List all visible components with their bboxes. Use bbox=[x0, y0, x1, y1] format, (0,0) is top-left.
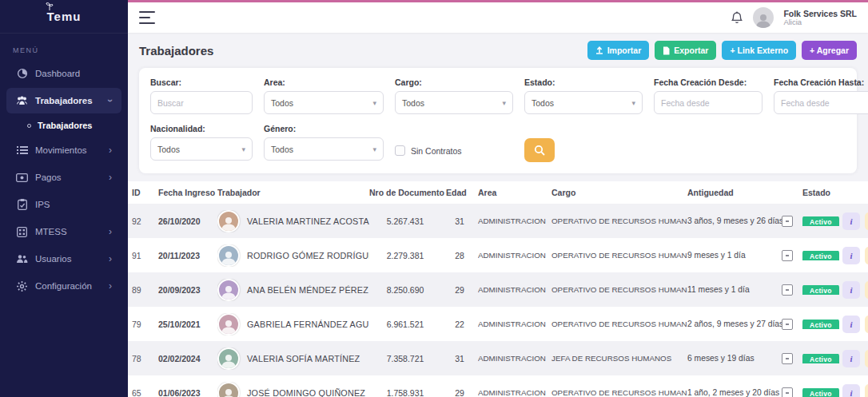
cell-area: ADMINISTRACION bbox=[478, 285, 551, 294]
upload-icon bbox=[595, 46, 603, 54]
sidebar-item-label: Dashboard bbox=[35, 69, 80, 78]
contract-icon[interactable] bbox=[782, 284, 793, 296]
edit-button[interactable] bbox=[865, 316, 868, 333]
header-estado[interactable]: Estado bbox=[802, 188, 842, 197]
sidebar-item-usuarios[interactable]: Usuarios › bbox=[6, 246, 121, 272]
cell-edad: 29 bbox=[446, 285, 478, 295]
cell-area: ADMINISTRACION bbox=[478, 216, 551, 225]
contract-icon[interactable] bbox=[782, 250, 793, 261]
clipboard-icon bbox=[16, 199, 28, 211]
table-row[interactable]: 91 20/11/2023 RODRIGO GÓMEZ RODRÍGUEZ 2.… bbox=[128, 238, 868, 272]
info-button[interactable]: i bbox=[842, 350, 860, 367]
hamburger-menu-icon[interactable] bbox=[139, 11, 155, 24]
estado-select[interactable]: Todos ▾ bbox=[524, 91, 643, 114]
cell-area: ADMINISTRACION bbox=[478, 320, 551, 328]
worker-avatar bbox=[217, 313, 240, 335]
cell-edad: 29 bbox=[446, 388, 478, 397]
link-externo-button[interactable]: + Link Externo bbox=[722, 41, 796, 60]
caret-down-icon: ▾ bbox=[241, 145, 245, 153]
user-avatar[interactable] bbox=[753, 7, 774, 28]
info-button[interactable]: i bbox=[842, 384, 860, 397]
header-edad[interactable]: Edad bbox=[446, 188, 478, 197]
sidebar-item-movimientos[interactable]: Movimientos › bbox=[6, 137, 121, 163]
info-button[interactable]: i bbox=[842, 316, 860, 333]
import-button[interactable]: Importar bbox=[587, 41, 650, 60]
fecha-desde-input[interactable] bbox=[654, 91, 762, 114]
table-row[interactable]: 89 20/09/2023 ANA BELÉN MÉNDEZ PÉREZ 8.2… bbox=[128, 272, 868, 307]
contract-icon[interactable] bbox=[782, 319, 793, 330]
table-row[interactable]: 79 25/10/2021 GABRIELA FERNÁNDEZ AGUILAR… bbox=[128, 307, 868, 341]
topbar: Folk Services SRL Alicia bbox=[128, 2, 868, 33]
cell-fecha-ingreso: 25/10/2021 bbox=[158, 320, 217, 329]
worker-name: VALERIA SOFÍA MARTÍNEZ bbox=[247, 354, 360, 363]
users-icon bbox=[16, 253, 28, 265]
sidebar-item-mtess[interactable]: MTESS › bbox=[6, 219, 121, 244]
cell-edad: 22 bbox=[446, 320, 478, 329]
cell-id: 78 bbox=[132, 354, 158, 363]
info-button[interactable]: i bbox=[842, 247, 860, 264]
search-button[interactable] bbox=[524, 138, 555, 162]
nacionalidad-select[interactable]: Todos ▾ bbox=[150, 137, 253, 161]
link-externo-label: + Link Externo bbox=[730, 46, 788, 55]
fecha-hasta-input[interactable] bbox=[774, 91, 868, 114]
header-antiguedad[interactable]: Antiguedad bbox=[687, 188, 782, 197]
cell-cargo: OPERATIVO DE RECURSOS HUMANOS bbox=[551, 320, 687, 328]
sin-contratos-checkbox[interactable] bbox=[395, 145, 405, 156]
header-cargo[interactable]: Cargo bbox=[551, 188, 687, 197]
temu-logo[interactable]: Temu bbox=[47, 10, 82, 23]
edit-button[interactable] bbox=[865, 350, 868, 367]
nacionalidad-value: Todos bbox=[157, 145, 180, 154]
contract-icon[interactable] bbox=[782, 216, 793, 227]
area-select[interactable]: Todos ▾ bbox=[264, 91, 384, 114]
page-title: Trabajadores bbox=[139, 44, 213, 58]
sidebar: Temu MENÚ Dashboard Trabajadores › Traba… bbox=[0, 0, 128, 397]
bell-icon[interactable] bbox=[731, 11, 743, 25]
contract-icon[interactable] bbox=[782, 387, 793, 397]
edit-button[interactable] bbox=[865, 212, 868, 230]
cargo-select[interactable]: Todos ▾ bbox=[395, 91, 513, 114]
worker-avatar bbox=[217, 382, 240, 397]
edit-button[interactable] bbox=[865, 384, 868, 397]
sidebar-item-dashboard[interactable]: Dashboard bbox=[6, 61, 121, 86]
header-documento[interactable]: Nro de Documento bbox=[369, 188, 446, 197]
edit-button[interactable] bbox=[865, 281, 868, 299]
agregar-button[interactable]: + Agregar bbox=[802, 41, 857, 60]
chevron-right-icon: › bbox=[109, 281, 112, 291]
search-input[interactable] bbox=[150, 91, 253, 114]
info-button[interactable]: i bbox=[842, 212, 860, 230]
worker-name: JOSÉ DOMINGO QUIÑONEZ bbox=[247, 388, 365, 397]
header-fecha-ingreso[interactable]: Fecha Ingreso bbox=[158, 188, 217, 197]
gear-icon bbox=[16, 280, 28, 292]
worker-name: GABRIELA FERNÁNDEZ AGUILAR bbox=[247, 320, 369, 329]
cell-documento: 6.961.521 bbox=[369, 320, 446, 329]
edit-button[interactable] bbox=[865, 247, 868, 264]
nacionalidad-label: Nacionalidad: bbox=[150, 124, 253, 133]
header-trabajador[interactable]: Trabajador bbox=[217, 188, 369, 197]
status-badge: Activo bbox=[802, 354, 839, 363]
contract-icon[interactable] bbox=[782, 353, 793, 364]
cell-fecha-ingreso: 20/11/2023 bbox=[158, 251, 217, 260]
app-window: Temu MENÚ Dashboard Trabajadores › Traba… bbox=[0, 0, 868, 397]
import-label: Importar bbox=[607, 46, 642, 55]
sidebar-item-configuracion[interactable]: Configuración › bbox=[6, 273, 121, 299]
bullet-icon bbox=[27, 124, 31, 128]
cell-id: 65 bbox=[132, 388, 158, 397]
export-button[interactable]: Exportar bbox=[655, 41, 716, 60]
table-row[interactable]: 92 26/10/2020 VALERIA MARTINEZ ACOSTA 5.… bbox=[128, 204, 868, 238]
worker-avatar bbox=[217, 347, 240, 370]
header-area[interactable]: Area bbox=[478, 188, 551, 197]
info-button[interactable]: i bbox=[842, 281, 860, 299]
sin-contratos-label: Sin Contratos bbox=[411, 146, 462, 156]
table-row[interactable]: 65 01/06/2023 JOSÉ DOMINGO QUIÑONEZ 1.75… bbox=[128, 375, 868, 397]
fecha-hasta-label: Fecha Creación Hasta: bbox=[774, 77, 868, 87]
table-row[interactable]: 78 02/02/2024 VALERIA SOFÍA MARTÍNEZ 7.3… bbox=[128, 341, 868, 375]
sidebar-subitem-trabajadores[interactable]: Trabajadores bbox=[0, 115, 128, 136]
sidebar-item-trabajadores[interactable]: Trabajadores › bbox=[6, 88, 121, 113]
people-icon bbox=[16, 95, 28, 107]
sidebar-item-ips[interactable]: IPS bbox=[6, 192, 121, 217]
header-id[interactable]: ID bbox=[132, 188, 158, 197]
cell-area: ADMINISTRACION bbox=[478, 251, 551, 260]
sidebar-item-pagos[interactable]: Pagos › bbox=[6, 165, 121, 190]
user-block[interactable]: Folk Services SRL Alicia bbox=[783, 9, 857, 27]
genero-select[interactable]: Todos ▾ bbox=[264, 137, 384, 161]
